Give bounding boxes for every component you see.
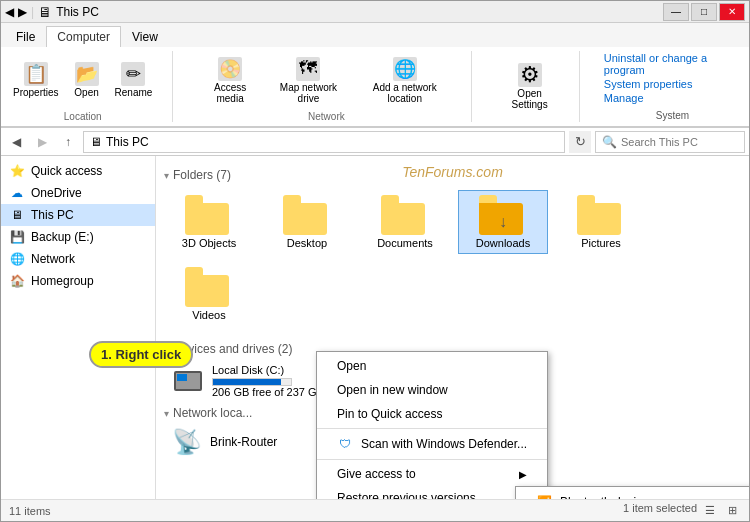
title-controls: — □ ✕ (663, 3, 745, 21)
folder-documents[interactable]: Documents (360, 190, 450, 254)
title-bar-left: ◀ ▶ | 🖥 This PC (5, 4, 99, 20)
map-drive-icon: 🗺 (296, 57, 320, 81)
ctx-give-access[interactable]: Give access to ▶ (317, 462, 547, 486)
give-access-arrow: ▶ (519, 469, 527, 480)
sidebar-label-onedrive: OneDrive (31, 186, 82, 200)
ribbon-btn-open[interactable]: 📂 Open (67, 60, 107, 100)
drive-c-label: Local Disk (C:) (212, 364, 317, 376)
ctx-restore-versions[interactable]: Restore previous versions (317, 486, 547, 499)
tab-view[interactable]: View (121, 26, 169, 47)
folder-body (185, 275, 229, 307)
folders-section-header: Folders (7) (164, 164, 741, 186)
sidebar-item-onedrive[interactable]: ☁ OneDrive (1, 182, 155, 204)
folder-3d-objects-icon (185, 195, 233, 235)
ribbon-btn-access-media[interactable]: 📀 Access media (197, 55, 262, 106)
sidebar-label-homegroup: Homegroup (31, 274, 94, 288)
folder-tab (381, 195, 399, 203)
sidebar-label-this-pc: This PC (31, 208, 74, 222)
drive-c-bar-fill (213, 379, 281, 385)
drive-c-icon (172, 365, 204, 397)
sidebar-item-this-pc[interactable]: 🖥 This PC (1, 204, 155, 226)
status-right: 1 item selected ☰ ⊞ (623, 502, 741, 520)
sidebar-item-backup[interactable]: 💾 Backup (E:) (1, 226, 155, 248)
location-group-label: Location (64, 111, 102, 122)
maximize-button[interactable]: □ (691, 3, 717, 21)
ctx-scan-defender-label: Scan with Windows Defender... (361, 437, 527, 451)
folder-videos-icon (185, 267, 233, 307)
uninstall-link[interactable]: Uninstall or change a program (604, 51, 741, 77)
sidebar-label-quick-access: Quick access (31, 164, 102, 178)
search-box[interactable]: 🔍 (595, 131, 745, 153)
ctx-open-new-window[interactable]: Open in new window (317, 378, 547, 402)
view-list-button[interactable]: ☰ (701, 502, 719, 520)
brink-router-label: Brink-Router (210, 435, 277, 449)
ctx-open-label: Open (337, 359, 366, 373)
ribbon-btn-open-settings[interactable]: ⚙ Open Settings (496, 61, 562, 112)
folder-downloads[interactable]: Downloads (458, 190, 548, 254)
folder-pictures[interactable]: Pictures (556, 190, 646, 254)
close-button[interactable]: ✕ (719, 3, 745, 21)
sidebar-item-network[interactable]: 🌐 Network (1, 248, 155, 270)
sidebar-item-homegroup[interactable]: 🏠 Homegroup (1, 270, 155, 292)
system-group-label: System (604, 109, 741, 122)
folder-tab (479, 195, 497, 203)
path-text: This PC (106, 135, 149, 149)
ribbon-btn-add-network[interactable]: 🌐 Add a network location (354, 55, 455, 106)
open-icon: 📂 (75, 62, 99, 86)
properties-label: Properties (13, 87, 59, 98)
title-separator: | (31, 5, 34, 19)
sendto-bluetooth-label: Bluetooth device (560, 495, 649, 499)
ctx-pin-quick-access[interactable]: Pin to Quick access (317, 402, 547, 426)
refresh-button[interactable]: ↻ (569, 131, 591, 153)
ctx-scan-defender[interactable]: 🛡 Scan with Windows Defender... (317, 431, 547, 457)
sidebar-label-backup: Backup (E:) (31, 230, 94, 244)
folder-documents-label: Documents (377, 237, 433, 249)
folder-body (577, 203, 621, 235)
folder-pictures-label: Pictures (581, 237, 621, 249)
drive-c-info: Local Disk (C:) 206 GB free of 237 G (212, 364, 317, 398)
folder-documents-icon (381, 195, 429, 235)
ctx-restore-versions-label: Restore previous versions (337, 491, 476, 499)
system-properties-link[interactable]: System properties (604, 77, 741, 91)
main-area: ⭐ Quick access ☁ OneDrive 🖥 This PC 💾 Ba… (1, 156, 749, 499)
sidebar-label-network: Network (31, 252, 75, 266)
status-bar: 11 items 1 item selected ☰ ⊞ (1, 499, 749, 521)
sendto-bluetooth[interactable]: 📶 Bluetooth device (516, 489, 749, 499)
minimize-button[interactable]: — (663, 3, 689, 21)
path-icon: 🖥 (90, 135, 102, 149)
sidebar-item-quick-access[interactable]: ⭐ Quick access (1, 160, 155, 182)
up-button[interactable]: ↑ (57, 131, 79, 153)
main-window: ◀ ▶ | 🖥 This PC — □ ✕ File Computer View… (0, 0, 750, 522)
address-path[interactable]: 🖥 This PC (83, 131, 565, 153)
ribbon-group-items-network: 📀 Access media 🗺 Map network drive 🌐 Add… (197, 51, 455, 109)
tab-file[interactable]: File (5, 26, 46, 47)
folder-3d-objects[interactable]: 3D Objects (164, 190, 254, 254)
forward-button: ▶ (31, 131, 53, 153)
ribbon-btn-properties[interactable]: 📋 Properties (9, 60, 63, 100)
folder-tab (185, 195, 203, 203)
ctx-open-new-window-label: Open in new window (337, 383, 448, 397)
address-bar: ◀ ▶ ↑ 🖥 This PC ↻ 🔍 (1, 128, 749, 156)
folder-desktop[interactable]: Desktop (262, 190, 352, 254)
ribbon-btn-rename[interactable]: ✏ Rename (111, 60, 157, 100)
access-media-label: Access media (201, 82, 258, 104)
open-label: Open (74, 87, 98, 98)
title-bar: ◀ ▶ | 🖥 This PC — □ ✕ (1, 1, 749, 23)
add-network-icon: 🌐 (393, 57, 417, 81)
ribbon-group-network: 📀 Access media 🗺 Map network drive 🌐 Add… (197, 51, 472, 122)
status-item-count: 11 items (9, 505, 51, 517)
network-icon: 🌐 (9, 251, 25, 267)
ribbon-content: 📋 Properties 📂 Open ✏ Rename Location (1, 47, 749, 127)
view-grid-button[interactable]: ⊞ (723, 502, 741, 520)
ctx-open[interactable]: Open (317, 354, 547, 378)
manage-link[interactable]: Manage (604, 91, 741, 105)
tab-computer[interactable]: Computer (46, 26, 121, 47)
folder-videos[interactable]: Videos (164, 262, 254, 326)
title-window-icon: 🖥 (38, 4, 52, 20)
search-input[interactable] (621, 136, 738, 148)
ribbon-btn-map-drive[interactable]: 🗺 Map network drive (267, 55, 350, 106)
back-button[interactable]: ◀ (5, 131, 27, 153)
drive-c-free: 206 GB free of 237 G (212, 386, 317, 398)
folder-downloads-icon (479, 195, 527, 235)
drive-c-bar (212, 378, 292, 386)
